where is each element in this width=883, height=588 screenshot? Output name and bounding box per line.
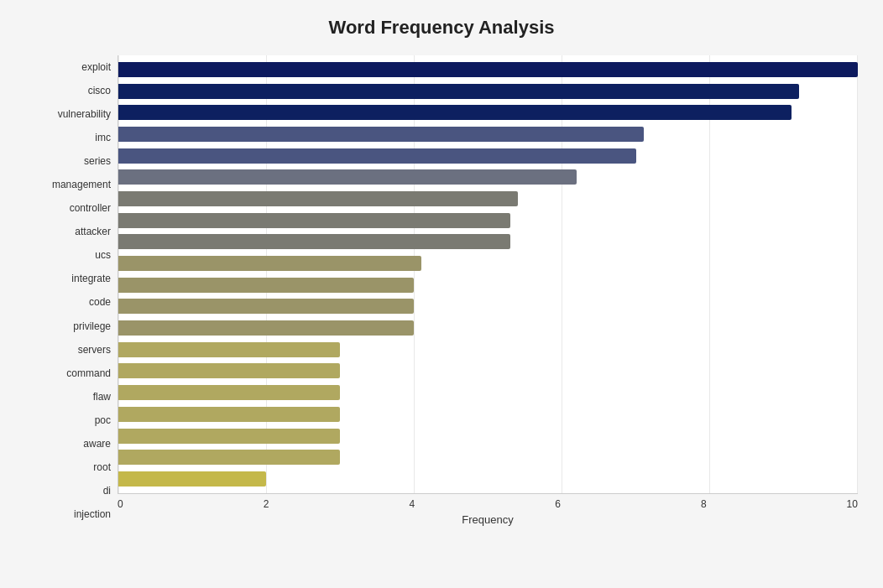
bar [118, 84, 799, 99]
y-label: series [84, 152, 111, 170]
y-axis: exploitciscovulnerabilityimcseriesmanage… [25, 55, 118, 526]
bar-row [118, 405, 858, 424]
bar-row [118, 82, 858, 101]
bar-row [118, 276, 858, 294]
bar [118, 407, 340, 422]
y-label: aware [83, 434, 111, 453]
bar [118, 234, 510, 249]
bar [118, 385, 340, 400]
bar-row [118, 211, 858, 230]
bar [118, 471, 266, 487]
bar [118, 127, 644, 142]
y-label: flaw [93, 388, 111, 406]
y-label: code [89, 293, 111, 311]
bar [118, 191, 518, 206]
y-label: exploit [81, 58, 111, 76]
bar [118, 363, 340, 378]
bar-row [118, 147, 858, 165]
y-label: controller [70, 199, 111, 217]
bar [118, 169, 577, 185]
chart-area: exploitciscovulnerabilityimcseriesmanage… [25, 55, 858, 526]
bar-row [118, 168, 858, 186]
bar [118, 213, 510, 228]
bar [118, 450, 340, 465]
x-tick: 2 [264, 498, 269, 510]
x-tick: 10 [847, 498, 858, 510]
bar [118, 148, 636, 164]
y-label: injection [74, 505, 111, 523]
bar [118, 256, 421, 271]
x-axis: 0246810 [118, 494, 858, 510]
bar-row [118, 190, 858, 208]
bar [118, 429, 340, 444]
bar-row [118, 427, 858, 445]
y-label: vulnerability [58, 105, 111, 123]
y-label: command [66, 364, 111, 382]
y-label: ucs [95, 246, 111, 264]
bars-list [118, 55, 858, 493]
bar-row [118, 232, 858, 251]
x-axis-label: Frequency [118, 513, 858, 526]
y-label: root [93, 458, 111, 476]
x-tick: 4 [409, 498, 415, 510]
bar-row [118, 297, 858, 315]
bar [118, 299, 414, 314]
y-label: attacker [75, 222, 111, 241]
y-label: imc [95, 128, 111, 147]
y-label: integrate [71, 269, 111, 288]
bar [118, 105, 792, 120]
bar-row [118, 470, 858, 488]
y-label: poc [95, 411, 111, 429]
bars-area [118, 55, 858, 494]
bar [118, 62, 858, 77]
bar-row [118, 103, 858, 122]
bar-row [118, 341, 858, 359]
bar-row [118, 448, 858, 466]
y-label: privilege [73, 317, 111, 336]
chart-container: Word Frequency Analysis exploitciscovuln… [0, 0, 883, 588]
bar [118, 342, 340, 357]
y-label: cisco [88, 81, 111, 100]
y-label: servers [78, 341, 111, 359]
bar-row [118, 60, 858, 79]
bars-and-xaxis: 0246810 Frequency [118, 55, 858, 526]
x-tick: 6 [555, 498, 561, 510]
bar [118, 320, 414, 336]
y-label: di [103, 481, 111, 500]
chart-title: Word Frequency Analysis [25, 17, 858, 39]
bar [118, 278, 414, 293]
x-tick: 8 [701, 498, 707, 510]
bar-row [118, 362, 858, 380]
bar-row [118, 254, 858, 273]
y-label: management [52, 175, 111, 194]
bar-row [118, 125, 858, 143]
bar-row [118, 383, 858, 402]
x-tick: 0 [118, 498, 123, 510]
bar-row [118, 319, 858, 337]
